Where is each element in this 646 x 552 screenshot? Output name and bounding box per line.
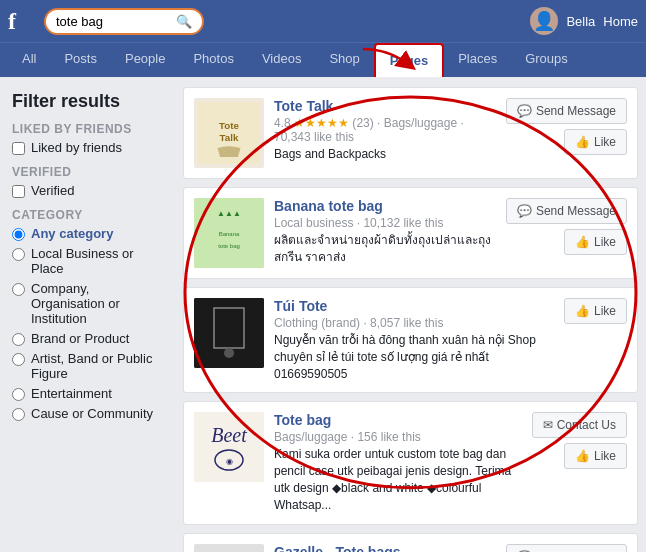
- brand-product-radio[interactable]: [12, 333, 25, 346]
- envelope-icon: ✉: [543, 418, 553, 432]
- result-card-banana-tote-bag: ▲▲▲ Banana tote bag Banana tote bag Loca…: [183, 187, 638, 279]
- facebook-logo: f: [8, 8, 38, 35]
- results-area: Tote Talk Tote Talk 4.8 ★★★★★ (23) · Bag…: [175, 77, 646, 552]
- liked-by-friends-label: Liked by friends: [31, 140, 122, 155]
- tote-bag-beet-like-button[interactable]: 👍 Like: [564, 443, 627, 469]
- svg-text:Beet: Beet: [211, 424, 247, 446]
- search-input[interactable]: [56, 14, 176, 29]
- like-icon: 👍: [575, 304, 590, 318]
- main-layout: Filter results LIKED BY FRIENDS Liked by…: [0, 77, 646, 552]
- local-business-radio[interactable]: [12, 248, 25, 261]
- tote-bag-beet-name[interactable]: Tote bag: [274, 412, 524, 428]
- verified-label: Verified: [31, 183, 74, 198]
- local-business-filter[interactable]: Local Business or Place: [12, 246, 163, 276]
- brand-product-filter[interactable]: Brand or Product: [12, 331, 163, 346]
- result-card-tote-bag-beet: Beet ◉ Tote bag Bags/luggage · 156 like …: [183, 401, 638, 524]
- tote-bag-beet-info: Tote bag Bags/luggage · 156 like this Ka…: [274, 412, 524, 513]
- tab-people[interactable]: People: [111, 43, 179, 77]
- tote-talk-actions: 💬 Send Message 👍 Like: [506, 98, 627, 155]
- topbar: f 🔍 👤 Bella Home: [0, 0, 646, 42]
- tote-talk-like-button[interactable]: 👍 Like: [564, 129, 627, 155]
- gazelle-tote-bags-actions: 💬 Send Message 👍 Like: [506, 544, 627, 552]
- tote-bag-beet-contact-us-button[interactable]: ✉ Contact Us: [532, 412, 627, 438]
- banana-tote-bag-name[interactable]: Banana tote bag: [274, 198, 498, 214]
- tab-photos[interactable]: Photos: [179, 43, 247, 77]
- topbar-right: 👤 Bella Home: [530, 7, 638, 35]
- local-business-label: Local Business or Place: [31, 246, 163, 276]
- banana-tote-bag-info: Banana tote bag Local business · 10,132 …: [274, 198, 498, 266]
- tui-tote-like-button[interactable]: 👍 Like: [564, 298, 627, 324]
- tote-talk-thumbnail: Tote Talk: [194, 98, 264, 168]
- tab-groups[interactable]: Groups: [511, 43, 582, 77]
- cause-community-radio[interactable]: [12, 408, 25, 421]
- banana-tote-bag-thumbnail: ▲▲▲ Banana tote bag: [194, 198, 264, 268]
- review-count: 23: [356, 116, 369, 130]
- tui-tote-desc: Nguyễn văn trỗi hà đông thanh xuân hà nộ…: [274, 332, 556, 382]
- verified-checkbox[interactable]: [12, 185, 25, 198]
- tote-talk-send-message-button[interactable]: 💬 Send Message: [506, 98, 627, 124]
- gazelle-tote-bags-info: Gazelle - Tote bags: [274, 544, 498, 552]
- company-org-label: Company, Organisation or Institution: [31, 281, 163, 326]
- artist-band-filter[interactable]: Artist, Band or Public Figure: [12, 351, 163, 381]
- banana-tote-bag-meta: Local business · 10,132 like this: [274, 216, 498, 230]
- svg-text:tote bag: tote bag: [218, 243, 240, 249]
- svg-text:▲▲▲: ▲▲▲: [217, 209, 241, 218]
- entertainment-label: Entertainment: [31, 386, 112, 401]
- result-card-gazelle-tote-bags: Gazelle - Tote bags 💬 Send Message 👍 Lik…: [183, 533, 638, 552]
- star-icons: ★★★★★: [294, 116, 349, 130]
- tui-tote-info: Túi Tote Clothing (brand) · 8,057 like t…: [274, 298, 556, 382]
- tote-bag-beet-actions: ✉ Contact Us 👍 Like: [532, 412, 627, 469]
- search-box: 🔍: [44, 8, 204, 35]
- svg-text:Talk: Talk: [220, 132, 239, 143]
- banana-tote-bag-like-button[interactable]: 👍 Like: [564, 229, 627, 255]
- svg-text:Banana: Banana: [219, 231, 240, 237]
- tab-videos[interactable]: Videos: [248, 43, 316, 77]
- tab-places[interactable]: Places: [444, 43, 511, 77]
- entertainment-radio[interactable]: [12, 388, 25, 401]
- result-card-tui-tote: Túi Tote Clothing (brand) · 8,057 like t…: [183, 287, 638, 393]
- banana-tote-bag-desc: ผลิตและจำหน่ายถุงผ้าดิบทั้งถุงเปล่าและถุ…: [274, 232, 498, 266]
- tote-talk-name[interactable]: Tote Talk: [274, 98, 498, 114]
- sidebar: Filter results LIKED BY FRIENDS Liked by…: [0, 77, 175, 552]
- any-category-radio[interactable]: [12, 228, 25, 241]
- svg-text:◉: ◉: [226, 457, 233, 466]
- like-icon: 👍: [575, 135, 590, 149]
- svg-rect-12: [194, 412, 264, 482]
- company-org-filter[interactable]: Company, Organisation or Institution: [12, 281, 163, 326]
- svg-text:Tote: Tote: [219, 120, 239, 131]
- tote-talk-info: Tote Talk 4.8 ★★★★★ (23) · Bags/luggage …: [274, 98, 498, 163]
- nav-tabs: All Posts People Photos Videos Shop Page…: [0, 42, 646, 77]
- tab-posts[interactable]: Posts: [50, 43, 111, 77]
- company-org-radio[interactable]: [12, 283, 25, 296]
- send-message-icon: 💬: [517, 204, 532, 218]
- artist-band-radio[interactable]: [12, 353, 25, 366]
- verified-section-title: VERIFIED: [12, 165, 163, 179]
- tui-tote-thumbnail: [194, 298, 264, 368]
- tote-bag-beet-desc: Kami suka order untuk custom tote bag da…: [274, 446, 524, 513]
- verified-filter[interactable]: Verified: [12, 183, 163, 198]
- home-link[interactable]: Home: [603, 14, 638, 29]
- result-card-tote-talk: Tote Talk Tote Talk 4.8 ★★★★★ (23) · Bag…: [183, 87, 638, 179]
- liked-by-friends-checkbox[interactable]: [12, 142, 25, 155]
- banana-tote-bag-send-message-button[interactable]: 💬 Send Message: [506, 198, 627, 224]
- filter-results-title: Filter results: [12, 91, 163, 112]
- cause-community-filter[interactable]: Cause or Community: [12, 406, 163, 421]
- tab-pages[interactable]: Pages: [374, 43, 444, 77]
- svg-point-11: [224, 348, 234, 358]
- user-name: Bella: [566, 14, 595, 29]
- liked-by-friends-filter[interactable]: Liked by friends: [12, 140, 163, 155]
- like-icon: 👍: [575, 449, 590, 463]
- category-section-title: CATEGORY: [12, 208, 163, 222]
- gazelle-tote-bags-name[interactable]: Gazelle - Tote bags: [274, 544, 498, 552]
- like-icon: 👍: [575, 235, 590, 249]
- any-category-filter[interactable]: Any category: [12, 226, 163, 241]
- gazelle-send-message-button[interactable]: 💬 Send Message: [506, 544, 627, 552]
- send-message-icon: 💬: [517, 104, 532, 118]
- tui-tote-name[interactable]: Túi Tote: [274, 298, 556, 314]
- entertainment-filter[interactable]: Entertainment: [12, 386, 163, 401]
- tab-shop[interactable]: Shop: [315, 43, 373, 77]
- tui-tote-actions: 👍 Like: [564, 298, 627, 324]
- search-icon[interactable]: 🔍: [176, 14, 192, 29]
- tote-bag-beet-thumbnail: Beet ◉: [194, 412, 264, 482]
- tab-all[interactable]: All: [8, 43, 50, 77]
